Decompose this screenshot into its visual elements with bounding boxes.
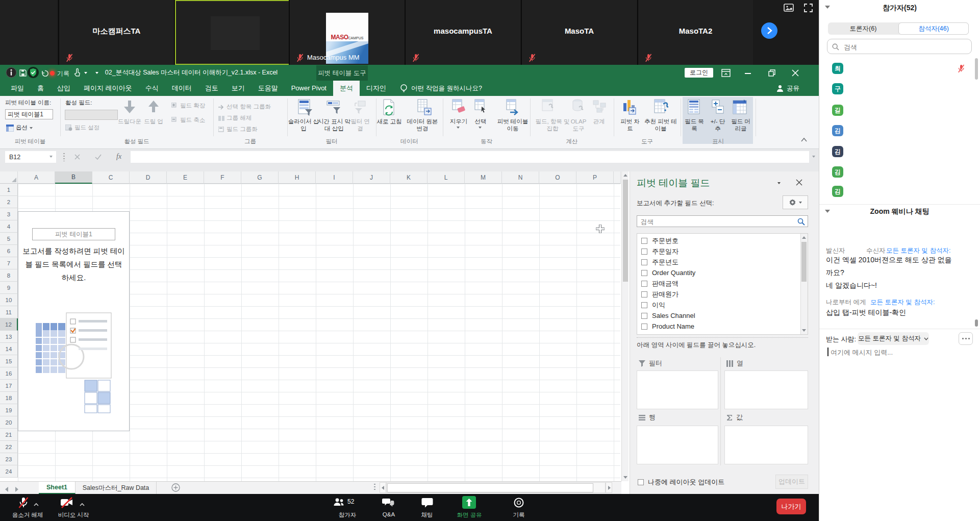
video-tile[interactable]: MasoTA2 <box>637 0 753 65</box>
tab-panelists[interactable]: 토론자(6) <box>828 22 898 35</box>
name-box[interactable]: B12 <box>5 151 56 163</box>
row-header[interactable]: 21 <box>0 429 18 441</box>
row-header[interactable]: 20 <box>0 416 18 429</box>
add-sheet-icon[interactable] <box>171 483 180 494</box>
column-header[interactable]: O <box>539 171 576 184</box>
screen-share-icon[interactable] <box>462 496 476 509</box>
msg1-audience[interactable]: 모든 토론자 및 참석자: <box>886 246 950 255</box>
video-tile[interactable]: masocampusTA <box>405 0 520 65</box>
minimize-icon[interactable] <box>745 73 751 74</box>
video-tile[interactable]: MASOCAMPUSMasocampus MM <box>289 0 405 65</box>
row-header[interactable]: 16 <box>0 367 18 380</box>
ribbon-tab[interactable]: 검토 <box>198 81 225 96</box>
chat-more-button[interactable] <box>959 332 973 345</box>
row-header[interactable]: 12 <box>0 318 18 331</box>
defer-checkbox[interactable] <box>638 479 644 485</box>
hscroll-right-arrow[interactable] <box>606 482 612 493</box>
panel-scrollbar-thumb[interactable] <box>975 58 978 80</box>
qa-label[interactable]: Q&A <box>375 511 402 517</box>
row-header[interactable]: 18 <box>0 392 18 404</box>
tab-scroll-splitter[interactable] <box>374 484 375 491</box>
video-tile[interactable]: 마소캠퍼스TA <box>58 0 174 65</box>
refresh-button[interactable]: 새로 고침 <box>376 118 402 126</box>
row-header[interactable]: 9 <box>0 282 18 294</box>
field-checkbox[interactable] <box>641 270 647 276</box>
row-header[interactable]: 4 <box>0 220 18 233</box>
field-headers-button[interactable]: 필드 머리글 <box>728 118 753 132</box>
pane-close-icon[interactable] <box>796 179 802 188</box>
formula-bar-expand-icon[interactable] <box>812 156 815 158</box>
sheet-nav-left-icon[interactable] <box>5 485 8 494</box>
field-checkbox[interactable] <box>641 249 647 255</box>
pivot-name-input[interactable]: 피벗 테이블1 <box>5 109 53 119</box>
column-header[interactable]: B <box>55 171 92 184</box>
column-header[interactable]: E <box>167 171 204 184</box>
close-icon[interactable] <box>792 69 799 79</box>
field-item[interactable]: Sales Channel <box>637 310 799 321</box>
row-header[interactable]: 10 <box>0 294 18 306</box>
vertical-scrollbar[interactable] <box>621 171 629 481</box>
field-item[interactable]: 주문번호 <box>637 235 799 246</box>
restore-window-icon[interactable] <box>768 69 775 79</box>
pane-search-box[interactable] <box>637 215 808 227</box>
screen-share-label[interactable]: 화면 공유 <box>451 511 488 519</box>
hscroll-left-arrow[interactable] <box>380 482 386 493</box>
column-header[interactable]: C <box>92 171 130 184</box>
ribbon-tab[interactable]: 페이지 레이아웃 <box>77 81 139 96</box>
camera-off-icon[interactable] <box>60 497 73 510</box>
insert-slicer-button[interactable]: 슬라이서 삽입 <box>287 118 320 132</box>
ribbon-tab[interactable]: 파일 <box>4 81 31 96</box>
field-checkbox[interactable] <box>641 313 647 319</box>
share-workbook-button[interactable]: 공유 <box>776 84 799 93</box>
unmute-label[interactable]: 음소거 해제 <box>4 511 51 519</box>
field-checkbox[interactable] <box>641 302 647 308</box>
ribbon-tab[interactable]: 데이터 <box>165 81 198 96</box>
ribbon-tab[interactable]: 삽입 <box>51 81 77 96</box>
row-header[interactable]: 13 <box>0 331 18 343</box>
participants-search-box[interactable] <box>827 39 972 54</box>
column-header[interactable]: L <box>428 171 465 184</box>
field-item[interactable]: Product Name <box>637 321 799 332</box>
column-header[interactable]: M <box>465 171 502 184</box>
column-header[interactable]: P <box>576 171 614 184</box>
clear-button[interactable]: 지우기 <box>449 118 468 126</box>
defer-layout-row[interactable]: 나중에 레이아웃 업데이트 <box>638 478 724 487</box>
ribbon-tab[interactable]: 홈 <box>31 81 51 96</box>
info-overlay-icon[interactable] <box>6 67 17 80</box>
pane-tools-button[interactable] <box>783 195 808 209</box>
column-header[interactable]: N <box>502 171 539 184</box>
send-to-dropdown[interactable]: 모든 토론자 및 참석자 <box>858 332 929 345</box>
field-item[interactable]: 판매금액 <box>637 278 799 289</box>
shield-check-icon[interactable] <box>27 66 39 81</box>
chat-scrollbar-thumb[interactable] <box>975 319 978 327</box>
plus-minus-buttons-button[interactable]: +/- 단추 <box>709 118 726 132</box>
field-checkbox[interactable] <box>641 324 647 330</box>
field-item[interactable]: 이익 <box>637 300 799 310</box>
chat-message-input[interactable] <box>830 346 969 358</box>
pane-options-icon[interactable] <box>777 182 781 184</box>
row-header[interactable]: 7 <box>0 257 18 269</box>
rows-area-box[interactable] <box>637 426 718 464</box>
save-icon[interactable] <box>19 69 27 79</box>
fullscreen-icon[interactable] <box>804 4 813 14</box>
column-header[interactable]: D <box>130 171 167 184</box>
values-area-box[interactable] <box>724 426 808 464</box>
pane-search-input[interactable] <box>640 216 795 227</box>
tab-attendees[interactable]: 참석자(46) <box>898 22 969 35</box>
row-header[interactable]: 8 <box>0 269 18 282</box>
formula-input[interactable] <box>131 151 809 163</box>
ribbon-tab[interactable]: 도움말 <box>252 81 285 96</box>
hscroll-thumb[interactable] <box>387 483 593 492</box>
row-header[interactable]: 2 <box>0 196 18 208</box>
video-tile[interactable] <box>174 0 290 65</box>
video-tile[interactable]: MasoTA <box>521 0 637 65</box>
row-header[interactable]: 24 <box>0 465 18 478</box>
field-checkbox[interactable] <box>641 291 647 297</box>
mic-options-caret-icon[interactable] <box>34 499 39 508</box>
field-item[interactable]: Order Quantity <box>637 267 799 278</box>
options-button[interactable]: 옵션 <box>6 124 33 132</box>
field-item[interactable]: 판매원가 <box>637 289 799 300</box>
participant-row[interactable]: 길 <box>819 105 980 123</box>
change-data-source-button[interactable]: 데이터 원본 변경 <box>404 118 441 132</box>
mic-muted-icon[interactable] <box>17 497 30 511</box>
